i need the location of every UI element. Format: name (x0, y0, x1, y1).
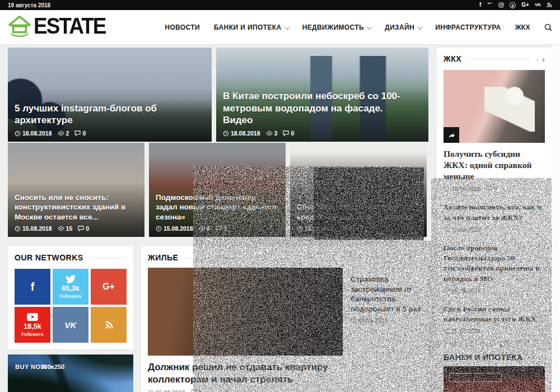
article-date: 15.08.2018 (451, 287, 481, 294)
twitter-tile[interactable]: 65,3k Followers (53, 269, 88, 305)
social-tiles: f 65,3k Followers G+ 18,5k Followers VK (15, 269, 127, 343)
facebook-icon[interactable]: f (479, 2, 481, 8)
featured-article-card[interactable]: Сносить или не сносить: конструктивистск… (8, 143, 144, 237)
article-meta: 18.08.2018 2 0 (15, 130, 205, 137)
follower-count: 65,3k (62, 284, 79, 292)
header-rule (468, 59, 530, 59)
nav-item-novosti[interactable]: НОВОСТИ (165, 24, 200, 31)
featured-article-card[interactable]: 5 лучших instagram-блогов об архитектуре… (8, 48, 212, 142)
card-caption: Подмосковный девелопер задал новый станд… (156, 193, 279, 232)
estate-news-page: 19 августа 2018 f p G+ VK ESTATE НОВОСТИ… (0, 0, 560, 392)
top-bar: 19 августа 2018 f p G+ VK (0, 0, 560, 10)
comments-count: 0 (365, 225, 368, 232)
article-date: 15.08.2018 (451, 185, 481, 192)
nav-item-banki[interactable]: БАНКИ И ИПОТЕКА (214, 24, 288, 31)
article-title[interactable]: Получить субсидии ЖКХ: одной справкой ме… (444, 148, 545, 182)
widget-title: OUR NETWORKS (15, 253, 83, 262)
widget-header: OUR NETWORKS (15, 253, 127, 262)
nav-label: ИНФРАСТРУКТУРА (435, 24, 501, 31)
nav-item-nedvizhimost[interactable]: НЕДВИЖИМОСТЬ (302, 24, 371, 31)
scrollbar-track[interactable] (552, 45, 560, 392)
vk-icon[interactable]: VK (535, 3, 541, 7)
nav-item-dizain[interactable]: ДИЗАЙН (385, 24, 421, 31)
twitter-icon[interactable] (487, 2, 493, 8)
views-icon: 6 (340, 225, 352, 232)
widget-title: БАНКИ И ИПОТЕКА (444, 353, 522, 362)
nav-item-zhkh[interactable]: ЖКХ (515, 24, 530, 31)
search-icon[interactable] (544, 24, 552, 31)
article-meta: 18.08.2018 3 0 (223, 130, 422, 137)
clock-icon: 15.08.2018 (444, 328, 481, 334)
article-title: Сносить или не сносить: конструктивистск… (15, 193, 138, 222)
article-title: Страховка застройщиков от банкротства по… (351, 274, 422, 314)
views-icon: 3 (266, 130, 278, 137)
clock-icon: 15.08.2018 (351, 317, 388, 324)
pinterest-icon[interactable]: p (510, 2, 516, 8)
article-title: В Китае построили небоскреб со 100-метро… (223, 90, 408, 127)
widget-title: ЖИЛЬЕ (148, 253, 178, 262)
featured-article-card[interactable]: В Китае построили небоскреб со 100-метро… (216, 48, 428, 142)
facebook-icon: f (31, 281, 35, 292)
comments-icon: 0 (216, 225, 227, 232)
rss-tile[interactable] (91, 307, 127, 343)
views-icon: 8 (199, 225, 211, 232)
comments-count: 0 (223, 225, 227, 232)
featured-article-card[interactable]: Сбербанк открыл «Интеко» кредитную линию… (290, 143, 427, 237)
comments-icon: 0 (191, 389, 202, 392)
article-photo[interactable] (444, 366, 545, 392)
current-date: 19 августа 2018 (8, 2, 50, 8)
article-photo[interactable] (444, 70, 545, 143)
rss-icon[interactable] (547, 2, 552, 8)
youtube-icon (26, 312, 39, 321)
widget-header: ЖКХ ‹ › (444, 54, 545, 63)
comments-count: 0 (291, 130, 294, 137)
article-date: 15.08.2018 (156, 389, 185, 392)
site-logo[interactable]: ESTATE (8, 15, 105, 38)
clock-icon: 15.08.2018 (444, 287, 481, 294)
share-icon[interactable] (444, 127, 459, 143)
headline-item[interactable]: Хотите выяснить, кто, как и за что плати… (444, 202, 545, 232)
article-title: 5 лучших instagram-блогов об архитектуре (15, 102, 205, 127)
carousel-prev-arrow[interactable]: ‹ (536, 55, 539, 63)
instagram-icon[interactable] (498, 2, 504, 8)
header-rule (529, 357, 545, 358)
google-plus-icon[interactable]: G+ (521, 2, 529, 8)
photo-label-box (449, 373, 502, 382)
rss-icon (104, 320, 114, 330)
article-meta: 15.08.2018 (444, 328, 545, 334)
youtube-tile[interactable]: 18,5k Followers (15, 307, 50, 343)
article-photo (148, 268, 343, 356)
article-meta: 15.08.2018 0 (444, 185, 545, 192)
zhkh-widget: ЖКХ ‹ › Получить субсидии ЖКХ: одной спр… (437, 48, 552, 339)
facebook-tile[interactable]: f (15, 269, 50, 305)
article-meta: 15.08.2018 6 0 (297, 225, 420, 232)
article-date: 15.08.2018 (305, 225, 334, 232)
article-meta: 15.08.2018 0 (148, 389, 343, 392)
headline-item[interactable]: После проверок Госадмтехнадзора 50 тепло… (444, 243, 545, 294)
article-meta: 15.08.2018 (444, 287, 545, 294)
headline-item[interactable]: Страховка застройщиков от банкротства по… (351, 274, 422, 324)
vk-tile[interactable]: VK (53, 307, 88, 343)
card-caption: 5 лучших instagram-блогов об архитектуре… (15, 102, 205, 137)
featured-article-card[interactable]: Подмосковный девелопер задал новый станд… (149, 143, 286, 237)
banki-widget: БАНКИ И ИПОТЕКА (437, 346, 552, 392)
ad-banner-300x250[interactable]: BUY NOW > 300x250 (8, 354, 133, 392)
carousel-next-arrow[interactable]: › (542, 55, 545, 63)
google-plus-tile[interactable]: G+ (91, 269, 127, 305)
nav-item-infrastruktura[interactable]: ИНФРАСТРУКТУРА (435, 24, 501, 31)
clock-icon: 15.08.2018 (148, 389, 185, 392)
clock-icon: 15.08.2018 (297, 225, 334, 232)
article-title: Сбербанк открыл «Интеко» кредитную линию… (297, 202, 420, 222)
clock-icon: 15.08.2018 (444, 185, 481, 192)
carousel-arrows: ‹ › (536, 55, 545, 63)
headline-item[interactable]: Где в России самые качественные услуги Ж… (444, 304, 545, 334)
zhilye-main-article[interactable]: Должник решил не отдавать квартиру колле… (148, 268, 343, 392)
article-date: 15.08.2018 (358, 317, 388, 324)
card-caption: В Китае построили небоскреб со 100-метро… (223, 90, 422, 137)
nav-label: НЕДВИЖИМОСТЬ (302, 24, 364, 31)
widget-header: БАНКИ И ИПОТЕКА (444, 353, 545, 362)
clock-icon: 18.08.2018 (15, 130, 52, 137)
article-title: Подмосковный девелопер задал новый станд… (156, 193, 279, 222)
google-plus-icon: G+ (102, 282, 115, 291)
site-header: ESTATE НОВОСТИ БАНКИ И ИПОТЕКА НЕДВИЖИМО… (0, 10, 560, 45)
